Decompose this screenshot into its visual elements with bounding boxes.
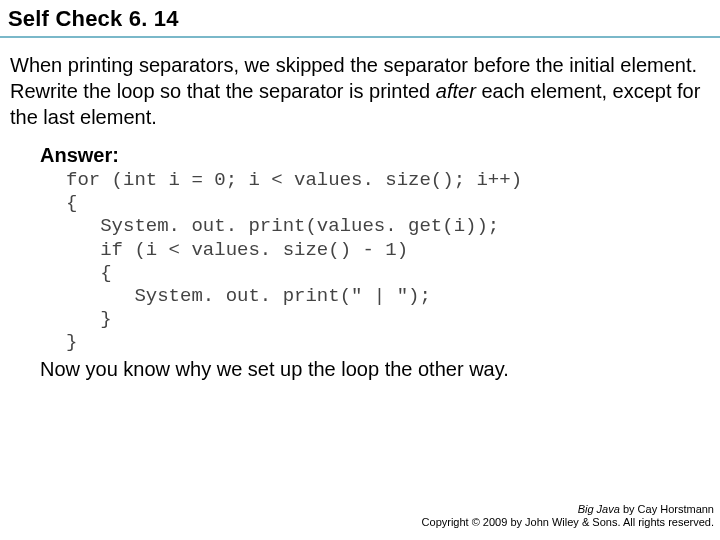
footer: Big Java by Cay Horstmann Copyright © 20… (422, 503, 714, 531)
footer-by: by Cay Horstmann (620, 503, 714, 515)
slide-title: Self Check 6. 14 (8, 6, 712, 32)
slide: Self Check 6. 14 When printing separator… (0, 0, 720, 540)
answer-label: Answer: (40, 144, 710, 167)
question-emph: after (436, 80, 476, 102)
question-text: When printing separators, we skipped the… (10, 52, 710, 130)
footer-line1: Big Java by Cay Horstmann (422, 503, 714, 517)
slide-body: When printing separators, we skipped the… (0, 38, 720, 381)
code-block: for (int i = 0; i < values. size(); i++)… (66, 169, 710, 354)
title-bar: Self Check 6. 14 (0, 0, 720, 38)
answer-block: Answer: for (int i = 0; i < values. size… (10, 144, 710, 381)
conclusion-text: Now you know why we set up the loop the … (40, 358, 710, 381)
footer-copyright: Copyright © 2009 by John Wiley & Sons. A… (422, 516, 714, 530)
footer-book: Big Java (578, 503, 620, 515)
